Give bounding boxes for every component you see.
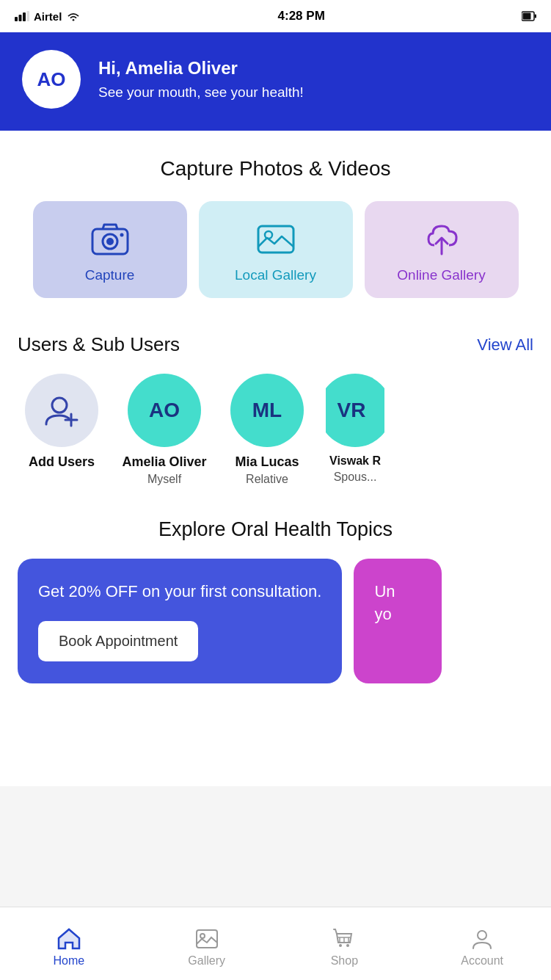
svg-rect-5 bbox=[523, 13, 531, 20]
svg-point-17 bbox=[200, 934, 205, 938]
nav-label-shop: Shop bbox=[331, 954, 358, 968]
user-avatar-vr: VR bbox=[326, 374, 384, 447]
header-subtitle: See your mouth, see your health! bbox=[98, 84, 304, 101]
header-section: AO Hi, Amelia Oliver See your mouth, see… bbox=[0, 32, 551, 131]
wifi-icon bbox=[66, 11, 81, 21]
user-item-ml[interactable]: ML Mia Lucas Relative bbox=[223, 374, 311, 486]
bottom-nav: Home Gallery Shop Account bbox=[0, 907, 551, 980]
svg-point-23 bbox=[346, 944, 349, 947]
svg-rect-6 bbox=[535, 15, 537, 18]
avatar: AO bbox=[22, 50, 81, 109]
users-title: Users & Sub Users bbox=[18, 333, 180, 356]
user-avatar-ml: ML bbox=[230, 374, 304, 447]
user-name-ml: Mia Lucas bbox=[235, 454, 299, 470]
users-list: Add Users AO Amelia Oliver Myself ML Mia… bbox=[18, 374, 533, 486]
capture-cards: Capture Local Gallery Online Gallery bbox=[18, 201, 533, 298]
promo-card-purple: Unyo bbox=[354, 559, 442, 683]
svg-rect-0 bbox=[15, 17, 18, 21]
carrier-label: Airtel bbox=[34, 10, 62, 23]
explore-title: Explore Oral Health Topics bbox=[18, 518, 533, 541]
nav-item-home[interactable]: Home bbox=[0, 921, 138, 968]
status-right bbox=[522, 10, 536, 22]
capture-section: Capture Photos & Videos Capture bbox=[0, 131, 551, 313]
capture-card-local-gallery[interactable]: Local Gallery bbox=[199, 201, 353, 298]
account-icon bbox=[470, 928, 494, 950]
promo-card-blue: Get 20% OFF on your first consultation. … bbox=[18, 559, 342, 683]
online-gallery-label: Online Gallery bbox=[397, 267, 485, 283]
nav-label-gallery: Gallery bbox=[188, 954, 225, 968]
promo-text-2: Unyo bbox=[374, 581, 421, 626]
explore-section: Explore Oral Health Topics Get 20% OFF o… bbox=[0, 498, 551, 698]
users-header: Users & Sub Users View All bbox=[18, 333, 533, 356]
capture-card-capture[interactable]: Capture bbox=[33, 201, 187, 298]
svg-point-22 bbox=[339, 944, 342, 947]
nav-item-shop[interactable]: Shop bbox=[276, 921, 414, 968]
user-role-ao: Myself bbox=[147, 473, 181, 486]
user-item-ao[interactable]: AO Amelia Oliver Myself bbox=[120, 374, 208, 486]
add-user-icon bbox=[43, 392, 80, 429]
camera-icon bbox=[91, 222, 129, 257]
status-time: 4:28 PM bbox=[278, 9, 325, 23]
nav-label-home: Home bbox=[54, 954, 85, 968]
promo-text: Get 20% OFF on your first consultation. bbox=[38, 581, 321, 603]
nav-label-account: Account bbox=[461, 954, 503, 968]
view-all-link[interactable]: View All bbox=[477, 335, 533, 355]
user-role-ml: Relative bbox=[246, 473, 288, 486]
svg-point-24 bbox=[478, 931, 486, 940]
home-icon bbox=[57, 928, 81, 950]
status-left: Airtel bbox=[15, 10, 81, 23]
svg-rect-11 bbox=[258, 226, 293, 253]
users-section: Users & Sub Users View All Add Users AO bbox=[0, 313, 551, 498]
book-appointment-button[interactable]: Book Appointment bbox=[38, 621, 198, 661]
add-user-avatar bbox=[25, 374, 98, 447]
signal-icon bbox=[15, 11, 29, 21]
user-item-vr[interactable]: VR Viswak R Spous... bbox=[326, 374, 384, 486]
promo-cards: Get 20% OFF on your first consultation. … bbox=[18, 559, 533, 683]
capture-card-online-gallery[interactable]: Online Gallery bbox=[365, 201, 519, 298]
add-user-name: Add Users bbox=[29, 454, 95, 470]
svg-rect-2 bbox=[23, 12, 26, 21]
user-name-vr: Viswak R bbox=[329, 454, 381, 468]
svg-point-13 bbox=[52, 398, 67, 413]
gallery-icon bbox=[257, 222, 295, 257]
svg-point-12 bbox=[265, 231, 272, 239]
nav-item-account[interactable]: Account bbox=[413, 921, 551, 968]
svg-rect-1 bbox=[19, 15, 22, 21]
add-user-item[interactable]: Add Users bbox=[18, 374, 106, 486]
status-bar: Airtel 4:28 PM bbox=[0, 0, 551, 32]
user-role-vr: Spous... bbox=[334, 471, 377, 484]
battery-icon bbox=[522, 10, 536, 22]
header-greeting: Hi, Amelia Oliver bbox=[98, 58, 304, 79]
svg-point-9 bbox=[106, 238, 114, 245]
main-content: Capture Photos & Videos Capture bbox=[0, 131, 551, 786]
user-name-ao: Amelia Oliver bbox=[122, 454, 206, 470]
svg-point-10 bbox=[120, 233, 123, 237]
capture-card-label: Capture bbox=[85, 267, 135, 283]
user-avatar-ao: AO bbox=[128, 374, 201, 447]
header-text: Hi, Amelia Oliver See your mouth, see yo… bbox=[98, 58, 304, 101]
gallery-nav-icon bbox=[195, 928, 219, 950]
nav-item-gallery[interactable]: Gallery bbox=[138, 921, 276, 968]
local-gallery-label: Local Gallery bbox=[235, 267, 316, 283]
upload-cloud-icon bbox=[423, 222, 461, 257]
shop-icon bbox=[332, 928, 356, 950]
svg-rect-3 bbox=[27, 11, 30, 21]
capture-title: Capture Photos & Videos bbox=[18, 157, 533, 181]
